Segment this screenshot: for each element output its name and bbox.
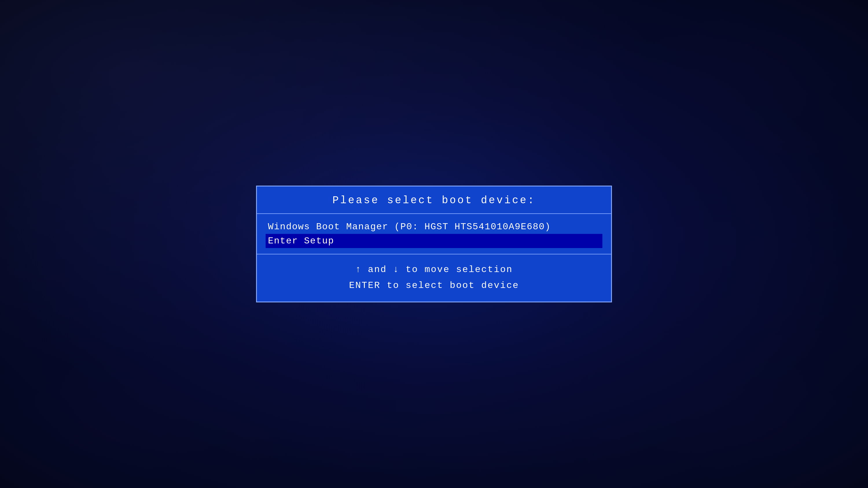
boot-option-windows[interactable]: Windows Boot Manager (P0: HGST HTS541010… [266, 220, 602, 234]
boot-option-setup[interactable]: Enter Setup [266, 234, 602, 248]
footer-navigation-hint: ↑ and ↓ to move selection [269, 262, 599, 278]
dialog-header: Please select boot device: [257, 187, 611, 214]
dialog-title: Please select boot device: [333, 195, 535, 206]
boot-device-dialog: Please select boot device: Windows Boot … [256, 186, 612, 302]
boot-options-list: Windows Boot Manager (P0: HGST HTS541010… [257, 214, 611, 254]
dialog-footer: ↑ and ↓ to move selection ENTER to selec… [257, 254, 611, 301]
footer-enter-hint: ENTER to select boot device [269, 278, 599, 293]
